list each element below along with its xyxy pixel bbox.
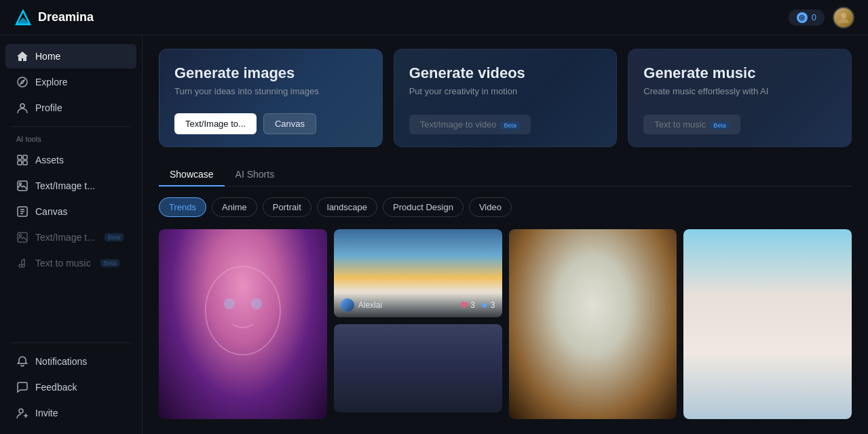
main-content: Generate images Turn your ideas into stu… [143,35,868,434]
hero-card-videos-title: Generate videos [409,64,602,82]
img-card-bridge[interactable]: Alexlai 3 3 [334,229,502,317]
topbar: Dreamina ◎ 0 [0,0,868,35]
img-bridge-avatar [341,298,354,312]
img-card-ship[interactable] [334,324,502,412]
hero-card-music[interactable]: Generate music Create music effortlessly… [628,49,852,147]
hero-card-music-title: Generate music [643,64,836,82]
img-bridge-likes: 3 [460,300,475,310]
hero-card-videos[interactable]: Generate videos Put your creativity in m… [394,49,618,147]
sidebar-item-textmusic-beta[interactable]: Text to music Beta [5,251,136,275]
svg-point-19 [251,298,262,309]
img-bridge-overlay: Alexlai 3 3 [334,293,502,317]
credits-badge[interactable]: ◎ 0 [789,9,825,26]
pill-trends[interactable]: Trends [159,197,206,217]
pill-product-design[interactable]: Product Design [383,197,464,217]
beta-badge-music: Beta [100,259,120,267]
sidebar-item-profile[interactable]: Profile [5,96,136,120]
sidebar-item-explore[interactable]: Explore [5,70,136,94]
svg-point-4 [20,104,24,108]
hero-card-images[interactable]: Generate images Turn your ideas into stu… [159,49,383,147]
music-beta-badge: Beta [710,121,730,130]
sidebar-item-notifications[interactable]: Notifications [5,349,136,374]
video-button[interactable]: Text/Image to videoBeta [409,115,531,134]
hero-card-images-title: Generate images [174,64,367,82]
coin-icon: ◎ [797,12,808,23]
logo[interactable]: Dreamina [14,8,94,27]
sidebar-item-canvas[interactable]: Canvas [5,199,136,224]
svg-rect-8 [23,161,27,165]
pill-video[interactable]: Video [469,197,512,217]
svg-rect-6 [23,155,27,159]
svg-point-16 [19,409,23,413]
video-beta-badge: Beta [500,121,520,130]
tabs-row: Showcase AI Shorts [159,163,852,186]
sidebar: Home Explore Profile AI tools Assets Tex… [0,35,143,434]
svg-point-2 [841,13,846,18]
svg-point-13 [20,235,22,237]
image-grid: Alexlai 3 3 [159,229,852,419]
topbar-right: ◎ 0 [789,7,854,28]
sidebar-item-feedback[interactable]: Feedback [5,375,136,399]
sidebar-item-textimage[interactable]: Text/Image t... [5,174,136,198]
svg-point-10 [20,183,22,185]
sidebar-item-invite[interactable]: Invite [5,401,136,425]
sidebar-divider-2 [11,342,131,343]
layout: Home Explore Profile AI tools Assets Tex… [0,35,868,434]
hero-card-images-buttons: Text/Image to... Canvas [174,113,367,134]
canvas-button[interactable]: Canvas [263,113,316,134]
img-bridge-stats: 3 3 [460,300,495,310]
filter-pills: Trends Anime Portrait landscape Product … [159,197,852,217]
img-card-cats[interactable] [509,229,677,419]
hero-cards: Generate images Turn your ideas into stu… [159,49,852,147]
pill-portrait[interactable]: Portrait [263,197,312,217]
hero-card-music-buttons: Text to musicBeta [643,115,836,134]
sidebar-divider-1 [11,126,131,127]
avatar[interactable] [833,7,854,28]
svg-point-17 [206,267,280,355]
tab-showcase[interactable]: Showcase [159,163,225,186]
tab-ai-shorts[interactable]: AI Shorts [225,163,286,186]
svg-rect-5 [18,155,22,159]
img-card-robot[interactable] [159,229,327,419]
beta-badge-textimage: Beta [105,233,124,241]
img-card-anime-girl[interactable] [683,229,852,419]
img-bridge-user: Alexlai [341,298,382,312]
sidebar-item-assets[interactable]: Assets [5,148,136,172]
sidebar-item-home[interactable]: Home [5,44,136,68]
pill-landscape[interactable]: landscape [317,197,377,217]
hero-card-videos-buttons: Text/Image to videoBeta [409,115,602,134]
hero-card-videos-subtitle: Put your creativity in motion [409,86,602,96]
pill-anime[interactable]: Anime [212,197,257,217]
svg-rect-7 [18,161,22,165]
img-bridge-stars: 3 [480,300,495,310]
music-button[interactable]: Text to musicBeta [643,115,740,134]
svg-point-18 [224,298,235,309]
sidebar-spacer [0,276,142,337]
hero-card-music-subtitle: Create music effortlessly with AI [643,86,836,96]
img-col-double: Alexlai 3 3 [334,229,502,419]
textimage-button[interactable]: Text/Image to... [174,113,257,134]
sidebar-item-textimage-beta[interactable]: Text/Image t... Beta [5,225,136,250]
hero-card-images-subtitle: Turn your ideas into stunning images [174,86,367,96]
sidebar-section-ai-tools: AI tools [0,132,142,147]
svg-point-15 [19,264,22,267]
svg-point-3 [18,77,27,87]
